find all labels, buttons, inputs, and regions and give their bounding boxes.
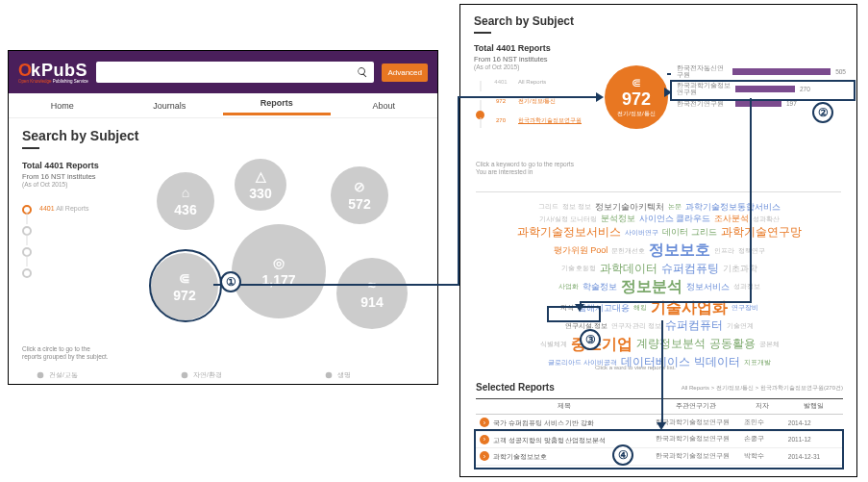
stepper xyxy=(22,205,32,290)
cloud-word[interactable]: 과학기술연구망 xyxy=(721,224,802,240)
advanced-button[interactable]: Advanced xyxy=(382,63,428,82)
highlight-bar xyxy=(670,80,856,101)
cloud-word[interactable]: 공본체 xyxy=(759,340,780,348)
cloud-word[interactable]: 그리드 xyxy=(538,202,558,211)
cloud-word[interactable]: 데이터 그리드 xyxy=(662,226,717,238)
col-date: 발행일 xyxy=(784,399,843,415)
cloud-word[interactable]: 빅데이터 xyxy=(694,354,740,369)
legend-item: 건설/교통 xyxy=(36,370,141,380)
cloud-word[interactable]: 사업화 xyxy=(558,282,579,291)
arrow-icon xyxy=(596,92,604,102)
cloud-word[interactable]: 평가위원 Pool xyxy=(554,244,608,256)
connector xyxy=(213,284,459,286)
col-inst: 주관연구기관 xyxy=(652,399,740,415)
cloud-word[interactable]: 지표개발 xyxy=(744,358,771,367)
badge-4: ④ xyxy=(612,444,633,466)
cloud-word[interactable]: 슈퍼컴퓨팅 xyxy=(661,261,719,276)
logo-pubs: PubS xyxy=(41,61,87,81)
stepper-node-2[interactable] xyxy=(22,226,32,236)
topbar: O k PubS Open Knowledge Publishing Servi… xyxy=(9,51,437,93)
cloud-word[interactable]: 과학기술정보통합서비스 xyxy=(685,201,781,213)
tab-reports[interactable]: Reports xyxy=(223,98,331,115)
bubble-572[interactable]: ⊘572 xyxy=(331,166,388,224)
big-circle-label: 전기/정보/통신 xyxy=(617,110,655,118)
cloud-word[interactable]: 슈퍼컴퓨터 xyxy=(665,317,723,333)
cloud-word[interactable]: 과학데이터 xyxy=(600,261,657,276)
cloud-word[interactable]: 해킹 xyxy=(633,303,647,312)
cloud-word[interactable]: 정보보호 xyxy=(649,240,710,261)
cloud-word[interactable]: 성과정보 xyxy=(733,282,760,291)
svg-point-2 xyxy=(326,372,333,379)
cloud-word[interactable]: 기사/실정 모니터링 xyxy=(539,215,597,223)
cloud-word[interactable]: 정보서비스 xyxy=(686,281,730,292)
cloud-word[interactable]: 정보 정보 xyxy=(562,202,591,211)
badge-2: ② xyxy=(812,102,833,123)
row-icon: › xyxy=(480,418,489,427)
cloud-word[interactable]: 연구장비 xyxy=(732,303,758,312)
bubble-914[interactable]: ≈914 xyxy=(336,258,408,329)
cloud-word[interactable]: 조사분석 xyxy=(714,213,749,224)
cloud-word[interactable]: 연구자 관리 정보 xyxy=(611,321,662,330)
tab-home[interactable]: Home xyxy=(9,101,116,111)
legend-item: 자연/환경 xyxy=(180,370,285,380)
cloud-word[interactable]: 정보기술아키텍처 xyxy=(595,201,664,213)
big-circle-972[interactable]: ⋐ 972 전기/정보/통신 xyxy=(605,65,668,129)
cloud-word[interactable]: 분석정보 xyxy=(601,213,635,224)
logo-o: O xyxy=(18,61,32,81)
r-step-1[interactable] xyxy=(476,72,484,81)
highlight-972 xyxy=(149,249,222,322)
highlight-keyword xyxy=(547,306,601,322)
cloud-word[interactable]: 인프라 xyxy=(714,246,734,255)
r-step-4[interactable] xyxy=(476,130,484,139)
cloud-word[interactable]: 학술정보 xyxy=(583,281,617,292)
cloud-tip: Click a word to view reports list. xyxy=(595,365,676,370)
connector xyxy=(580,301,752,303)
connector xyxy=(667,73,671,75)
highlight-reports xyxy=(474,429,844,469)
cloud-word[interactable]: 공동활용 xyxy=(709,336,756,351)
bubble-436[interactable]: ⌂436 xyxy=(157,172,214,230)
rule xyxy=(474,32,491,34)
big-circle-value: 972 xyxy=(622,89,651,110)
r-step-3[interactable] xyxy=(476,111,484,119)
cloud-word[interactable]: 사이버연구 xyxy=(625,228,658,237)
rule xyxy=(22,147,39,149)
cloud-word[interactable]: 정보분석 xyxy=(621,276,682,297)
stepper-node-4[interactable] xyxy=(22,268,32,278)
right-panel: Search by Subject Total 4401 Reports Fro… xyxy=(459,4,857,477)
cloud-word[interactable]: 사이언스 클라우드 xyxy=(639,213,711,224)
badge-1: ① xyxy=(220,271,241,292)
tab-journals[interactable]: Journals xyxy=(116,101,224,111)
cloud-word[interactable]: 기초과학 xyxy=(723,263,757,274)
keyword-note: Click a keyword to go to the reports You… xyxy=(476,161,591,177)
heading: Search by Subject xyxy=(22,128,424,143)
cloud-word[interactable]: 과학기술정보서비스 xyxy=(517,224,621,240)
connector xyxy=(458,96,459,286)
svg-point-0 xyxy=(37,372,44,379)
cloud-word[interactable]: 문헌개선호 xyxy=(611,246,645,255)
cloud-word[interactable]: 성과확산 xyxy=(753,215,780,223)
cloud-word[interactable]: 논문 xyxy=(668,202,682,211)
cloud-word[interactable]: 계량정보분석 xyxy=(636,336,706,351)
search-icon xyxy=(357,66,368,78)
left-panel: O k PubS Open Knowledge Publishing Servi… xyxy=(8,50,438,385)
bar-row[interactable]: 한국전자통신연구원505 xyxy=(677,64,846,78)
cloud-word[interactable]: 식별체계 xyxy=(540,340,567,348)
bubble-1177[interactable]: ◎1,177 xyxy=(232,224,326,318)
stepper-node-1[interactable] xyxy=(22,205,32,215)
tab-about[interactable]: About xyxy=(331,101,438,111)
connector xyxy=(750,98,752,303)
search-input[interactable] xyxy=(96,62,375,83)
cloud-word[interactable]: 기술연계 xyxy=(727,321,754,330)
stepper-node-3[interactable] xyxy=(22,247,32,257)
cloud-word[interactable]: 정책연구 xyxy=(738,246,765,255)
col-author: 저자 xyxy=(740,399,784,415)
col-title: 제목 xyxy=(476,399,652,415)
cloud-word[interactable]: 기술 호응형 xyxy=(561,264,597,272)
logo-k: k xyxy=(31,61,40,81)
from-institutes: From 16 NST institutes xyxy=(474,55,843,63)
heading: Search by Subject xyxy=(474,14,843,28)
legend-item: 생명 xyxy=(324,370,430,380)
r-stepper-labels: 4401All Reports 972전기/정보/통신 270한국과학기술정보연… xyxy=(489,72,582,130)
bubble-330[interactable]: △330 xyxy=(235,159,286,211)
